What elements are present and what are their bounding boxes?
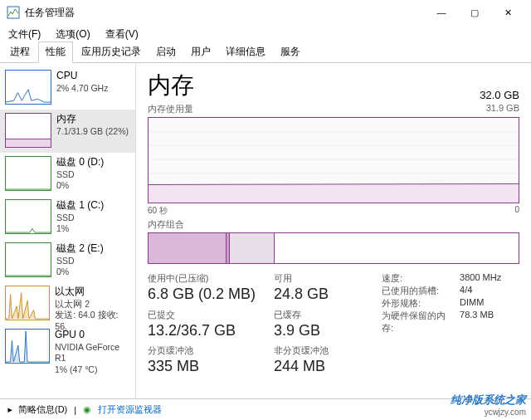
sidebar-item-cpu[interactable]: CPU2% 4.70 GHz [0, 66, 135, 110]
tab-startup[interactable]: 启动 [149, 42, 183, 62]
titlebar: 任务管理器 — ▢ ✕ [0, 0, 531, 25]
tab-services[interactable]: 服务 [274, 42, 307, 62]
memory-thumb [5, 113, 51, 148]
graph-max: 31.9 GB [486, 103, 519, 115]
tab-app-history[interactable]: 应用历史记录 [75, 42, 148, 62]
prop-hw-reserved: 78.3 MB [460, 310, 494, 335]
divider: | [74, 405, 76, 415]
sidebar-item-label: 以太网 [55, 286, 130, 299]
sidebar-item-memory[interactable]: 内存7.1/31.9 GB (22%) [0, 110, 135, 153]
sidebar-item-label: 磁盘 1 (C:) [56, 199, 104, 212]
fewer-details-button[interactable]: 简略信息(D) [18, 403, 67, 416]
cpu-thumb [5, 70, 51, 105]
gpu-thumb [5, 329, 50, 364]
sidebar-item-disk0[interactable]: 磁盘 0 (D:)SSD0% [0, 153, 135, 196]
content: 内存 32.0 GB 内存使用量31.9 GB 60 秒0 内存组合 使用中(已… [136, 63, 531, 398]
stats: 使用中(已压缩) 6.8 GB (0.2 MB) 已提交 13.2/36.7 G… [148, 272, 519, 381]
disk-thumb [5, 199, 51, 234]
prop-form: DIMM [460, 297, 484, 310]
sidebar-item-gpu0[interactable]: GPU 0NVIDIA GeForce R11% (47 °C) [0, 325, 135, 369]
sidebar-item-label: 磁盘 2 (E:) [56, 242, 104, 256]
page-title: 内存 [148, 70, 194, 101]
composition-label: 内存组合 [148, 218, 184, 231]
tab-users[interactable]: 用户 [184, 42, 217, 62]
sidebar: CPU2% 4.70 GHz 内存7.1/31.9 GB (22%) 磁盘 0 … [0, 63, 136, 398]
tab-performance[interactable]: 性能 [38, 42, 73, 63]
taskmgr-icon [7, 6, 20, 19]
stat-paged: 335 MB [148, 357, 256, 376]
menu-file[interactable]: 文件(F) [5, 26, 44, 43]
menu-view[interactable]: 查看(V) [102, 26, 142, 43]
memory-capacity: 32.0 GB [480, 89, 519, 101]
stat-nonpaged: 244 MB [274, 357, 363, 376]
sidebar-item-ethernet[interactable]: 以太网以太网 2发送: 64.0 接收: 56. [0, 282, 135, 325]
tabbar: 进程 性能 应用历史记录 启动 用户 详细信息 服务 [0, 43, 531, 63]
window-title: 任务管理器 [25, 6, 425, 20]
menubar: 文件(F) 选项(O) 查看(V) [0, 25, 531, 43]
sidebar-item-disk2[interactable]: 磁盘 2 (E:)SSD0% [0, 239, 135, 282]
sidebar-item-disk1[interactable]: 磁盘 1 (C:)SSD1% [0, 196, 135, 239]
stat-committed: 13.2/36.7 GB [148, 321, 256, 340]
memory-usage-graph [148, 117, 519, 203]
minimize-button[interactable]: — [425, 0, 458, 25]
menu-options[interactable]: 选项(O) [52, 26, 93, 43]
main: CPU2% 4.70 GHz 内存7.1/31.9 GB (22%) 磁盘 0 … [0, 63, 531, 398]
sidebar-item-label: 内存 [56, 113, 129, 126]
memory-composition [148, 232, 519, 264]
graph-label: 内存使用量 [148, 103, 193, 115]
resmon-icon: ◉ [83, 404, 91, 415]
sidebar-item-label: CPU [56, 70, 108, 83]
stat-available: 24.8 GB [274, 285, 363, 304]
stat-cached: 3.9 GB [274, 321, 363, 340]
chevron-down-icon[interactable]: ▾ [4, 408, 15, 413]
prop-slots: 4/4 [460, 285, 472, 297]
window-controls: — ▢ ✕ [425, 0, 524, 25]
disk-thumb [5, 242, 51, 277]
tab-details[interactable]: 详细信息 [219, 42, 272, 62]
maximize-button[interactable]: ▢ [458, 0, 491, 25]
ethernet-thumb [5, 286, 50, 320]
close-button[interactable]: ✕ [491, 0, 524, 25]
stat-used: 6.8 GB (0.2 MB) [148, 285, 256, 304]
disk-thumb [5, 156, 51, 191]
svg-rect-1 [6, 139, 51, 147]
open-resource-monitor-link[interactable]: 打开资源监视器 [98, 403, 162, 416]
prop-speed: 3800 MHz [460, 272, 501, 285]
tab-processes[interactable]: 进程 [3, 42, 37, 62]
properties: 速度:3800 MHz 已使用的插槽:4/4 外形规格:DIMM 为硬件保留的内… [382, 272, 501, 381]
sidebar-item-label: 磁盘 0 (D:) [56, 156, 104, 169]
watermark: 纯净版系统之家 ycwjzy.com [451, 393, 526, 417]
sidebar-item-label: GPU 0 [55, 329, 130, 342]
